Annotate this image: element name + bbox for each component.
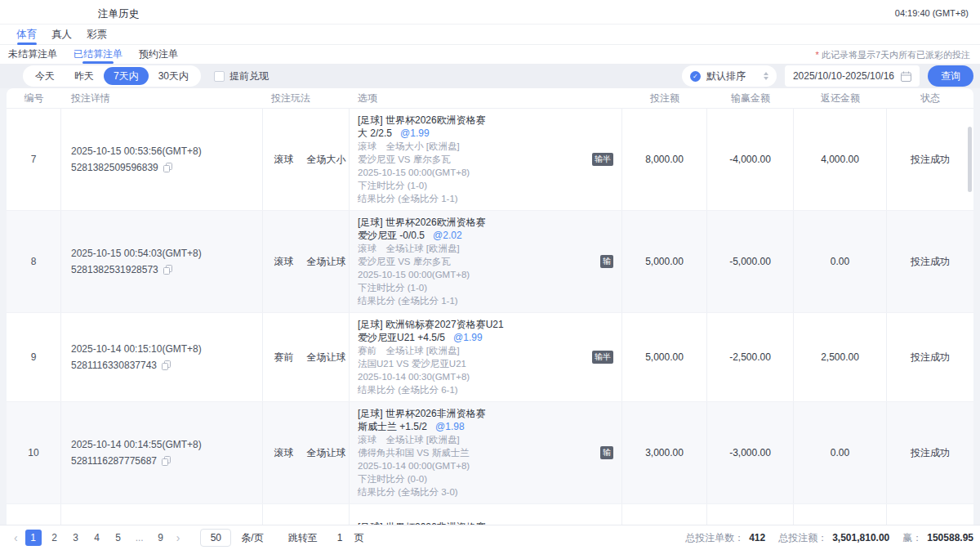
option-league: [足球] 世界杯2026欧洲资格赛 [358, 216, 613, 229]
cell-row-number: 8 [7, 211, 61, 312]
play-type: 全场让球 [307, 446, 346, 460]
tab-体育[interactable]: 体育 [15, 25, 38, 45]
subtab-已结算注单[interactable]: 已结算注单 [74, 45, 122, 64]
selection-text: 大 2/2.5 [358, 127, 392, 139]
status-text: 投注成功 [911, 255, 950, 269]
bets-table: 编号投注详情投注玩法选项投注额输赢金额返还金额状态 72025-10-15 00… [7, 88, 973, 525]
cell-status: 投注成功 [887, 313, 973, 401]
quick-filter-30天内[interactable]: 30天内 [149, 67, 198, 85]
early-cashout-toggle[interactable]: 提前兑现 [214, 69, 269, 83]
cell-option: [足球] 世界杯2026非洲资格赛斯威士兰 +1.5/2@1.98滚球 全场让球… [350, 402, 622, 503]
stake-amount: 8,000.00 [645, 154, 684, 165]
quick-filter-今天[interactable]: 今天 [25, 67, 65, 85]
option-detail-line: 结果比分 (全场比分 1-1) [358, 192, 613, 205]
page-button-3[interactable]: 3 [68, 530, 84, 546]
page-button-1[interactable]: 1 [25, 530, 42, 546]
page-button-5[interactable]: 5 [110, 530, 127, 546]
play-type: 全场让球 [307, 351, 346, 364]
copy-icon[interactable] [163, 265, 172, 275]
check-circle-icon: ✓ [690, 71, 701, 82]
checkbox-icon[interactable] [214, 71, 225, 82]
cell-win-loss: -5,000.00 [707, 211, 794, 312]
date-range-value: 2025/10/10-2025/10/16 [793, 70, 894, 82]
copy-icon[interactable] [162, 456, 171, 466]
option-detail-line: 法国U21 VS 爱沙尼亚U21 [358, 357, 613, 370]
option-league: [足球] 世界杯2026非洲资格赛 [358, 407, 613, 420]
cell-row-number: 7 [7, 109, 61, 210]
prev-page-icon[interactable]: ‹ [11, 531, 20, 544]
cell-status: 投注成功 [887, 211, 973, 312]
bet-id-row: 5281116287775687 [71, 453, 262, 469]
date-quick-filters: 今天昨天7天内30天内 [23, 65, 201, 87]
bet-id: 5281116330837743 [71, 357, 157, 373]
table-row: 102025-10-14 00:14:55(GMT+8)528111628777… [7, 402, 973, 504]
option-selection: 爱沙尼亚 -0/0.5@2.02 [358, 229, 613, 242]
jump-page-input[interactable]: 1 [337, 532, 343, 543]
page-button-4[interactable]: 4 [89, 530, 105, 546]
page-button-9[interactable]: 9 [153, 530, 169, 546]
page-unit-label: 页 [354, 531, 363, 545]
quick-filter-7天内[interactable]: 7天内 [104, 67, 149, 85]
cell-play-type: 滚球全场大小 [263, 109, 350, 210]
win-loss-amount: -2,500.00 [729, 351, 771, 363]
page-ellipsis: ... [131, 530, 148, 546]
bet-time: 2025-10-15 00:53:56(GMT+8) [71, 143, 262, 159]
cell-option: [足球] 欧洲锦标赛2027资格赛U21爱沙尼亚U21 +4.5/5@1.99赛… [350, 313, 622, 401]
cell-win-loss: -4,000.00 [707, 109, 794, 210]
page-size-select[interactable]: 50 [200, 529, 231, 547]
total-item: 总投注额：3,501,810.00 [778, 531, 889, 545]
date-range-picker[interactable]: 2025/10/10-2025/10/16 [785, 65, 920, 87]
cell-bet-detail: 2025-10-14 00:14:41(GMT+8) [61, 504, 263, 525]
record-note: *此记录将显示7天内所有已派彩的投注 [816, 49, 970, 61]
search-button[interactable]: 查询 [928, 65, 973, 87]
cell-stake: 8,000.00 [622, 109, 707, 210]
filter-bar: 今天昨天7天内30天内 提前兑现 ✓ 默认排序 2025/10/10-2025/… [0, 64, 980, 88]
page-title: 注单历史 [98, 7, 139, 21]
subtab-预约注单[interactable]: 预约注单 [139, 45, 178, 64]
status-text: 投注成功 [911, 351, 950, 364]
next-page-icon[interactable]: › [174, 531, 183, 544]
calendar-icon [901, 71, 911, 82]
page-button-2[interactable]: 2 [47, 530, 63, 546]
subtab-未结算注单[interactable]: 未结算注单 [8, 45, 57, 64]
row-number: 7 [31, 154, 37, 165]
total-value: 150588.95 [927, 532, 973, 543]
total-value: 412 [749, 532, 765, 543]
tab-彩票[interactable]: 彩票 [85, 25, 109, 45]
column-header-选项: 选项 [350, 92, 622, 105]
cell-status: 投注成功 [887, 402, 973, 503]
bet-time: 2025-10-15 00:54:03(GMT+8) [71, 245, 262, 262]
cell-bet-detail: 2025-10-15 00:54:03(GMT+8)52813825319285… [61, 211, 263, 312]
tab-真人[interactable]: 真人 [50, 25, 74, 45]
option-detail-line: 2025-10-15 00:00(GMT+8) [358, 166, 613, 179]
cell-option: [足球] 世界杯2026欧洲资格赛爱沙尼亚 -0/0.5@2.02滚球 全场让球… [350, 211, 622, 312]
cell-play-type: 滚球全场让球 [263, 402, 350, 503]
cell-play-type: 滚球全场让球 [263, 504, 350, 525]
bet-id-row: 5281382531928573 [71, 262, 262, 278]
payout-amount: 0.00 [831, 447, 849, 458]
cell-bet-detail: 2025-10-14 00:15:10(GMT+8)52811163308377… [61, 313, 263, 401]
quick-filter-昨天[interactable]: 昨天 [65, 67, 104, 85]
cell-play-type: 滚球全场让球 [263, 211, 350, 312]
option-detail-line: 结果比分 (全场比分 6-1) [358, 383, 613, 396]
odds-value: @1.99 [453, 332, 483, 343]
copy-icon[interactable] [162, 360, 171, 370]
scrollbar-thumb[interactable] [968, 127, 972, 192]
table-row: 112025-10-14 00:14:41(GMT+8)滚球全场让球[足球] 世… [7, 504, 973, 525]
note-text: 此记录将显示7天内所有已派彩的投注 [822, 50, 970, 60]
total-label: 总投注额： [778, 531, 827, 545]
copy-icon[interactable] [163, 163, 172, 172]
cell-payout: 4,000.00 [794, 109, 887, 210]
cell-win-loss: 5,000.00 [707, 504, 794, 525]
play-type: 滚球 [274, 446, 294, 460]
sort-select[interactable]: ✓ 默认排序 [682, 65, 777, 87]
payout-amount: 4,000.00 [821, 154, 859, 165]
result-badge: 输 [600, 446, 613, 459]
note-star: * [816, 50, 819, 60]
cell-row-number: 10 [7, 402, 61, 503]
total-item: 总投注单数：412 [685, 531, 765, 545]
column-header-投注额: 投注额 [622, 92, 707, 105]
server-time: 04:19:40 (GMT+8) [895, 8, 969, 18]
option-detail-line: 下注时比分 (1-0) [358, 281, 613, 294]
cell-bet-detail: 2025-10-15 00:53:56(GMT+8)52813825095968… [61, 109, 263, 210]
